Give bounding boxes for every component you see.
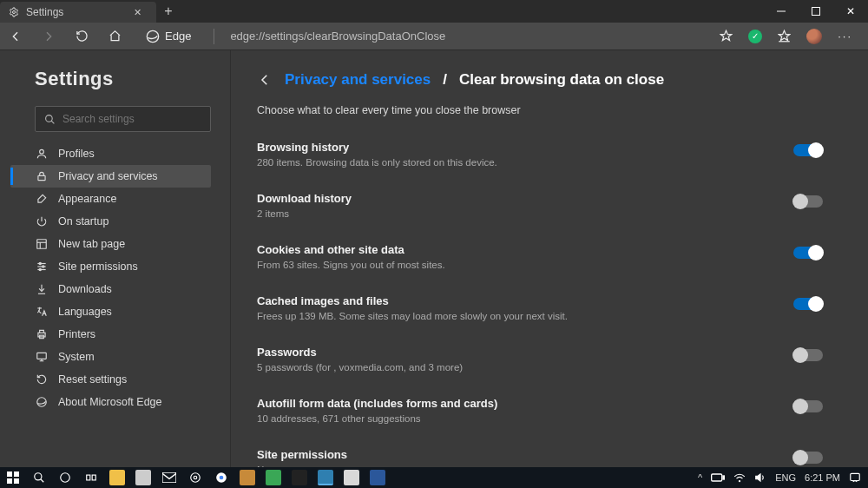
tray-battery-icon[interactable] (711, 473, 725, 482)
taskbar-app-settings[interactable] (187, 470, 203, 485)
nav-on-startup[interactable]: On startup (10, 210, 211, 233)
window-maximize-button[interactable] (799, 0, 833, 23)
svg-rect-2 (812, 8, 820, 16)
breadcrumb-back-button[interactable] (257, 72, 273, 88)
nav-site-permissions[interactable]: Site permissions (10, 255, 211, 278)
window-close-button[interactable]: ✕ (833, 0, 868, 23)
extension-icon[interactable]: ✓ (748, 30, 762, 43)
option-row: Cached images and filesFrees up 139 MB. … (257, 289, 823, 326)
taskbar-search-icon[interactable] (31, 470, 47, 485)
svg-point-0 (13, 11, 16, 14)
tray-notifications-icon[interactable] (849, 472, 861, 484)
browser-tab[interactable]: Settings ✕ (0, 2, 156, 23)
grid-icon (35, 238, 48, 250)
favorites-bar-button[interactable] (778, 30, 791, 43)
option-toggle[interactable] (793, 452, 823, 464)
option-subtitle: 10 addresses, 671 other suggestions (257, 413, 497, 424)
reset-icon (35, 373, 48, 386)
start-button[interactable] (5, 470, 21, 485)
cortana-icon[interactable] (57, 470, 73, 485)
option-title: Cached images and files (257, 294, 568, 307)
nav-label: New tab page (58, 238, 125, 250)
profile-avatar[interactable] (806, 29, 822, 44)
option-toggle[interactable] (793, 144, 823, 156)
option-toggle[interactable] (793, 298, 823, 310)
tray-volume-icon[interactable] (754, 472, 766, 483)
option-toggle[interactable] (793, 247, 823, 259)
taskbar-app-generic-2[interactable] (266, 470, 281, 485)
browser-toolbar: Edge edge://settings/clearBrowsingDataOn… (0, 23, 868, 50)
nav-printers[interactable]: Printers (10, 323, 211, 346)
nav-about[interactable]: About Microsoft Edge (10, 391, 211, 413)
svg-rect-27 (14, 478, 19, 484)
tab-close-button[interactable]: ✕ (130, 5, 144, 19)
option-row: Browsing history280 items. Browsing data… (257, 135, 823, 173)
nav-downloads[interactable]: Downloads (10, 278, 211, 300)
svg-point-35 (191, 473, 201, 483)
nav-label: On startup (58, 215, 108, 228)
nav-languages[interactable]: Languages (10, 300, 211, 323)
nav-privacy-services[interactable]: Privacy and services (10, 165, 211, 188)
forward-button[interactable] (40, 30, 57, 43)
nav-reset-settings[interactable]: Reset settings (10, 368, 211, 391)
option-title: Site permissions (257, 448, 347, 461)
search-input[interactable] (62, 113, 201, 125)
nav-profiles[interactable]: Profiles (10, 142, 211, 165)
option-subtitle: From 63 sites. Signs you out of most sit… (257, 260, 445, 270)
window-minimize-button[interactable] (764, 0, 799, 23)
taskbar-app-generic-1[interactable] (240, 470, 255, 485)
nav-label: Privacy and services (58, 170, 158, 182)
option-toggle[interactable] (793, 400, 823, 412)
option-title: Cookies and other site data (257, 243, 445, 256)
new-tab-button[interactable]: + (156, 0, 181, 23)
nav-system[interactable]: System (10, 346, 211, 368)
address-bar[interactable]: edge://settings/clearBrowsingDataOnClose (230, 30, 704, 43)
favorite-button[interactable] (720, 30, 733, 43)
address-url: edge://settings/clearBrowsingDataOnClose (230, 30, 445, 43)
nav-label: Languages (58, 306, 112, 318)
nav-label: Reset settings (58, 373, 127, 386)
menu-button[interactable]: ··· (838, 30, 852, 43)
settings-search[interactable] (35, 106, 211, 132)
browser-name-label: Edge (165, 30, 191, 43)
settings-nav: Profiles Privacy and services Appearance… (10, 142, 211, 413)
toolbar-separator (214, 29, 214, 44)
option-subtitle: 2 items (257, 208, 352, 219)
option-toggle[interactable] (793, 349, 823, 361)
taskbar-app-generic-3[interactable] (292, 470, 307, 485)
breadcrumb-parent-link[interactable]: Privacy and services (285, 71, 431, 89)
taskbar-app-word[interactable] (370, 470, 385, 485)
site-identity[interactable]: Edge (139, 30, 198, 43)
breadcrumb: Privacy and services / Clear browsing da… (257, 71, 823, 89)
home-button[interactable] (106, 30, 123, 43)
taskbar-app-explorer[interactable] (109, 470, 125, 485)
nav-label: Profiles (58, 148, 95, 160)
tray-language[interactable]: ENG (775, 472, 796, 483)
back-button[interactable] (7, 30, 24, 43)
task-view-icon[interactable] (83, 470, 99, 485)
taskbar-app-mail[interactable] (161, 470, 177, 485)
taskbar-app-notepad[interactable] (344, 470, 359, 485)
nav-label: System (58, 351, 95, 363)
nav-new-tab-page[interactable]: New tab page (10, 233, 211, 255)
page-subtitle: Choose what to clear every time you clos… (257, 104, 823, 116)
window-titlebar: Settings ✕ + ✕ (0, 0, 868, 23)
settings-heading: Settings (35, 68, 211, 90)
tray-chevron-icon[interactable]: ^ (698, 472, 702, 483)
taskbar-app-edge[interactable] (318, 470, 333, 485)
option-row: Cookies and other site dataFrom 63 sites… (257, 238, 823, 275)
option-title: Browsing history (257, 141, 497, 154)
nav-appearance[interactable]: Appearance (10, 188, 211, 210)
tray-clock[interactable]: 6:21 PM (805, 472, 840, 483)
option-toggle[interactable] (793, 195, 823, 208)
taskbar-app-store[interactable] (135, 470, 151, 485)
taskbar-app-chrome[interactable] (214, 470, 229, 485)
svg-rect-26 (7, 478, 12, 484)
nav-label: Printers (58, 328, 95, 340)
nav-label: Site permissions (58, 260, 138, 273)
refresh-button[interactable] (73, 30, 90, 43)
svg-rect-31 (87, 475, 90, 480)
tray-wifi-icon[interactable] (733, 472, 746, 483)
edge-icon (35, 396, 48, 408)
svg-rect-32 (92, 475, 95, 480)
